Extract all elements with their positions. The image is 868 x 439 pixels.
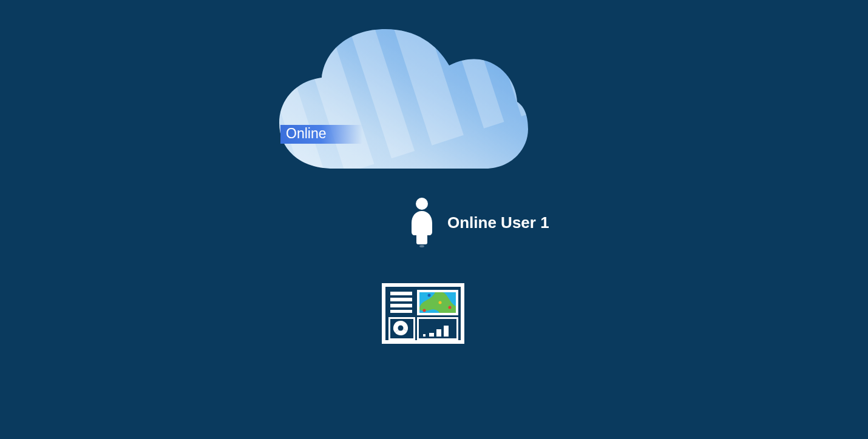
svg-rect-15 [390, 310, 412, 313]
svg-point-19 [439, 301, 442, 304]
svg-point-24 [398, 326, 404, 331]
svg-point-18 [428, 294, 431, 297]
svg-rect-14 [390, 304, 412, 307]
user-label: Online User 1 [447, 213, 549, 232]
svg-point-21 [423, 309, 426, 312]
svg-point-7 [416, 198, 428, 210]
dashboard-node[interactable] [382, 283, 464, 344]
cloud-label-text: Online [286, 126, 326, 142]
cloud-node[interactable] [279, 29, 528, 169]
svg-rect-30 [423, 334, 426, 337]
svg-point-20 [449, 306, 452, 309]
cloud-icon [279, 29, 528, 169]
user-node[interactable]: Online User 1 [410, 198, 549, 247]
dashboard-icon [382, 283, 464, 344]
svg-rect-12 [390, 292, 412, 295]
svg-rect-27 [429, 333, 434, 337]
svg-point-8 [419, 245, 424, 247]
svg-rect-13 [390, 298, 412, 301]
person-icon [410, 198, 434, 247]
cloud-label: Online [280, 125, 362, 144]
svg-rect-29 [444, 326, 449, 337]
svg-rect-28 [436, 329, 441, 337]
